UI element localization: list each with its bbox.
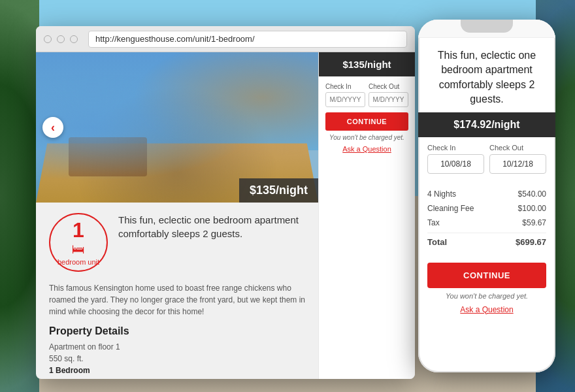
no-charge-text: You won't be charged yet. (325, 134, 408, 141)
booking-continue-button[interactable]: CONTINUE (325, 112, 408, 131)
checkout-label: Check Out (369, 83, 408, 90)
booking-price: $135/night (319, 52, 415, 76)
breakdown-cleaning: Cleaning Fee $100.00 (427, 201, 546, 216)
mobile-description: This fun, eclectic one bedroom apartment… (418, 38, 555, 112)
checkin-input[interactable] (325, 92, 365, 107)
browser-inner: ‹ $135/night 1 🛏 bedroom unit This fun, … (36, 52, 415, 379)
sq-ft: 550 sq. ft. (49, 354, 305, 363)
date-row: Check In Check Out (325, 83, 408, 107)
phone-notch (461, 20, 513, 33)
mobile-checkin-field: Check In (427, 144, 484, 174)
price-text: $135/night (250, 184, 308, 197)
cleaning-value: $100.00 (518, 204, 546, 213)
mobile-continue-button[interactable]: CONTINUE (427, 263, 546, 288)
mobile-checkout-field: Check Out (489, 144, 546, 174)
property-details-section: This famous Kensington home used to boas… (36, 282, 318, 379)
checkout-input[interactable] (369, 92, 408, 107)
mobile-ask-question[interactable]: Ask a Question (427, 305, 546, 314)
apartment-type: Apartment on floor 1 (49, 342, 305, 351)
property-info-section: 1 🛏 bedroom unit This fun, eclectic one … (36, 203, 318, 282)
url-text: http://kenguesthouse.com/unit/1-bedroom/ (95, 34, 255, 44)
checkin-label: Check In (325, 83, 365, 90)
price-badge: $135/night (239, 178, 318, 203)
mobile-date-row: Check In Check Out (427, 144, 546, 174)
unit-number: 1 (73, 220, 84, 240)
property-description: This fun, eclectic one bedroom apartment… (118, 213, 305, 272)
breakdown-tax: Tax $59.67 (427, 216, 546, 230)
browser-window: http://kenguesthouse.com/unit/1-bedroom/… (36, 26, 415, 379)
nights-value: $540.00 (518, 189, 546, 199)
mobile-phone: This fun, eclectic one bedroom apartment… (418, 20, 555, 372)
about-text: This famous Kensington home used to boas… (49, 282, 305, 318)
cleaning-label: Cleaning Fee (427, 204, 474, 213)
browser-toolbar: http://kenguesthouse.com/unit/1-bedroom/ (36, 26, 415, 52)
address-bar[interactable]: http://kenguesthouse.com/unit/1-bedroom/ (88, 31, 407, 48)
mobile-continue-section: CONTINUE You won't be charged yet. Ask a… (418, 256, 555, 321)
mobile-breakdown: 4 Nights $540.00 Cleaning Fee $100.00 Ta… (418, 187, 555, 256)
prev-image-button[interactable]: ‹ (42, 117, 63, 138)
bed-type: 1 California King-sized bed (49, 378, 305, 379)
checkin-field: Check In (325, 83, 365, 107)
browser-dot-red[interactable] (44, 35, 52, 43)
details-heading: Property Details (49, 325, 305, 337)
mobile-checkout-input[interactable] (489, 154, 546, 174)
total-label: Total (427, 237, 447, 247)
mobile-checkin-label: Check In (427, 144, 484, 152)
breakdown-total: Total $699.67 (427, 233, 546, 250)
breakdown-nights: 4 Nights $540.00 (427, 187, 546, 201)
tax-label: Tax (427, 218, 440, 227)
unit-badge: 1 🛏 bedroom unit (49, 213, 108, 272)
bed-icon: 🛏 (72, 242, 85, 257)
browser-dot-green[interactable] (70, 35, 78, 43)
unit-label: bedroom unit (58, 258, 99, 266)
mobile-form: Check In Check Out (418, 137, 555, 187)
phone-content: This fun, eclectic one bedroom apartment… (418, 38, 555, 372)
tax-value: $59.67 (522, 218, 546, 227)
mobile-checkout-label: Check Out (489, 144, 546, 152)
description-text: This fun, eclectic one bedroom apartment… (118, 214, 299, 239)
checkout-field: Check Out (369, 83, 408, 107)
total-value: $699.67 (516, 237, 546, 247)
nights-label: 4 Nights (427, 189, 456, 199)
mobile-no-charge: You won't be charged yet. (427, 292, 546, 300)
property-image: ‹ $135/night (36, 52, 318, 203)
bedroom-count: 1 Bedroom (49, 366, 305, 375)
mobile-checkin-input[interactable] (427, 154, 484, 174)
mobile-price: $174.92/night (418, 112, 555, 137)
ask-question-link[interactable]: Ask a Question (325, 145, 408, 153)
browser-dot-yellow[interactable] (57, 35, 65, 43)
booking-form: Check In Check Out CONTINUE You won't be… (319, 76, 415, 379)
booking-panel: $135/night Check In Check Out CONTINUE (318, 52, 415, 379)
